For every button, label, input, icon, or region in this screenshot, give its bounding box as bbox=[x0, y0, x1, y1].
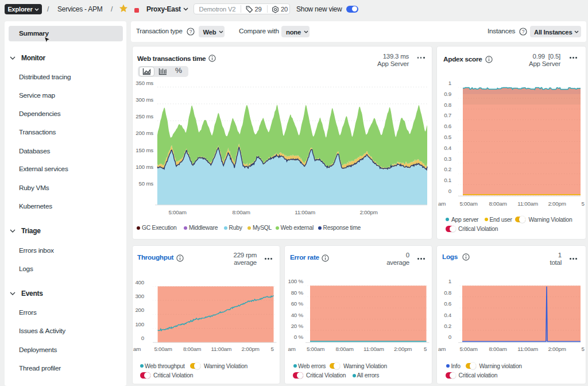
svg-text:?: ? bbox=[522, 28, 525, 34]
svg-text:?: ? bbox=[189, 28, 192, 34]
